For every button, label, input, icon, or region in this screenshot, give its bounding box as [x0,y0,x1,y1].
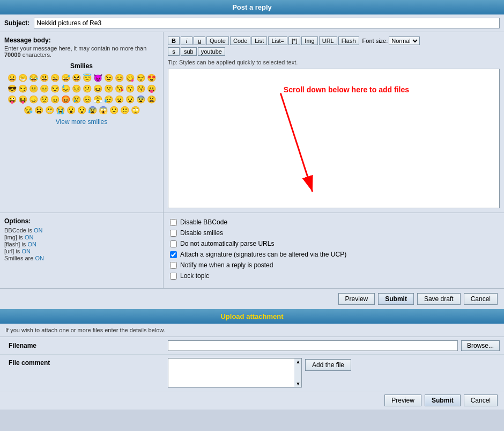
option-row-disable-smilies: Disable smilies [170,229,498,237]
smiley[interactable]: 😰 [87,105,97,115]
smiley[interactable]: 😉 [103,73,113,83]
file-comment-textarea[interactable] [168,358,302,388]
smiley[interactable]: 😆 [71,73,81,83]
smiley[interactable]: 😛 [146,84,156,93]
smiley[interactable]: 😓 [61,84,70,93]
smiley[interactable]: 😬 [45,105,54,115]
smiley[interactable]: 😎 [7,84,17,93]
scroll-up-arrow[interactable]: ▲ [294,359,302,365]
disable-smilies-checkbox[interactable] [170,230,177,237]
upload-bottom-buttons: Preview Submit Cancel [0,391,504,410]
smiley[interactable]: 😂 [28,73,38,83]
attach-signature-label: Attach a signature (signatures can be al… [180,251,346,258]
font-size-select[interactable]: Normal Small Large [389,36,420,45]
smiley[interactable]: 😩 [146,94,156,104]
smiley[interactable]: 😅 [61,73,70,83]
cancel-button[interactable]: Cancel [464,293,498,305]
smiley[interactable]: 😃 [39,73,49,83]
smiley[interactable]: 😇 [82,73,92,83]
upload-preview-button[interactable]: Preview [384,395,421,406]
notify-reply-checkbox[interactable] [170,262,177,269]
smiley[interactable]: 😈 [93,73,102,83]
url-button[interactable]: URL [319,36,337,45]
smiley[interactable]: 😑 [39,84,49,93]
smiley[interactable]: 😭 [55,105,65,115]
submit-button[interactable]: Submit [378,293,414,305]
bold-button[interactable]: B [168,36,180,45]
smiley[interactable]: 😊 [114,73,124,83]
smiley[interactable]: 😁 [18,73,27,83]
smiley[interactable]: 😨 [136,94,145,104]
char-limit: 70000 [4,52,21,58]
smiley[interactable]: 😜 [7,94,17,104]
smiley[interactable]: 😝 [18,94,27,104]
no-parse-urls-checkbox[interactable] [170,240,177,247]
smiley[interactable]: 😋 [125,73,135,83]
smiley[interactable]: 😧 [125,94,135,104]
file-comment-input-area: ▲ ▼ Add the file [168,358,500,388]
view-more-smilies-link[interactable]: View more smilies [4,118,159,126]
smiley[interactable]: 😔 [71,84,81,93]
smiley[interactable]: 😒 [50,84,60,93]
smiley[interactable]: 😐 [28,84,38,93]
underline-button[interactable]: u [194,36,205,45]
smiley[interactable]: 😥 [103,94,113,104]
sub-button[interactable]: sub [181,47,197,56]
smiley[interactable]: 😞 [28,94,38,104]
smiley[interactable]: 😕 [82,84,92,93]
quote-button[interactable]: Quote [206,36,229,45]
second-toolbar: s sub youtube [168,47,500,56]
smiley[interactable]: 😪 [23,105,33,115]
smiley[interactable]: 😱 [98,105,108,115]
lock-topic-checkbox[interactable] [170,273,177,280]
smiley[interactable]: 😮 [66,105,76,115]
smiley[interactable]: 😫 [34,105,43,115]
smiley[interactable]: 😠 [50,94,60,104]
smiley[interactable]: 😄 [50,73,60,83]
preview-button[interactable]: Preview [338,293,375,305]
browse-button[interactable]: Browse... [461,340,500,351]
star-button[interactable]: [*] [288,36,300,45]
disable-bbcode-checkbox[interactable] [170,219,177,226]
italic-button[interactable]: i [181,36,192,45]
smiley[interactable]: 🙄 [130,105,140,115]
list-button[interactable]: List [251,36,267,45]
subject-input[interactable] [34,18,500,28]
attach-signature-checkbox[interactable] [170,251,177,258]
smiley[interactable]: 🙁 [109,105,118,115]
add-file-button[interactable]: Add the file [305,359,351,371]
smiley[interactable]: 😌 [136,73,145,83]
smiley[interactable]: 😚 [136,84,145,93]
list-eq-button[interactable]: List= [268,36,287,45]
smiley[interactable]: 😣 [82,94,92,104]
filename-input[interactable] [168,340,458,351]
smiley[interactable]: 😢 [71,94,81,104]
smiley[interactable]: 😍 [146,73,156,83]
smiley[interactable]: 🙂 [120,105,129,115]
flash-button[interactable]: Flash [338,36,359,45]
code-button[interactable]: Code [230,36,250,45]
smiley[interactable]: 😦 [114,94,124,104]
save-draft-button[interactable]: Save draft [417,293,461,305]
smiley[interactable]: 😘 [114,84,124,93]
option-row-attach-signature: Attach a signature (signatures can be al… [170,251,498,258]
smiley[interactable]: 😗 [103,84,113,93]
youtube-button[interactable]: youtube [198,47,225,56]
smiley[interactable]: 😟 [39,94,49,104]
img-button[interactable]: Img [301,36,317,45]
strikethrough-button[interactable]: s [168,47,180,56]
smiley[interactable]: 😯 [77,105,86,115]
smiley[interactable]: 😡 [61,94,70,104]
toolbar: B i u Quote Code List List= [*] Img URL … [168,36,500,45]
upload-cancel-button[interactable]: Cancel [464,395,498,406]
scroll-down-arrow[interactable]: ▼ [294,381,302,387]
smiley[interactable]: 😤 [93,94,102,104]
message-textarea-wrapper[interactable]: Scroll down below here to add files [168,69,500,208]
smiley[interactable]: 😖 [93,84,102,93]
smiley[interactable]: 😙 [125,84,135,93]
smiley[interactable]: 😀 [7,73,17,83]
upload-submit-button[interactable]: Submit [425,395,461,406]
smilies-grid: 😀 😁 😂 😃 😄 😅 😆 😇 😈 😉 😊 😋 😌 😍 😎 😏 😐 😑 😒 [4,73,159,115]
message-body-sub: Enter your message here, it may contain … [4,45,159,58]
smiley[interactable]: 😏 [18,84,27,93]
